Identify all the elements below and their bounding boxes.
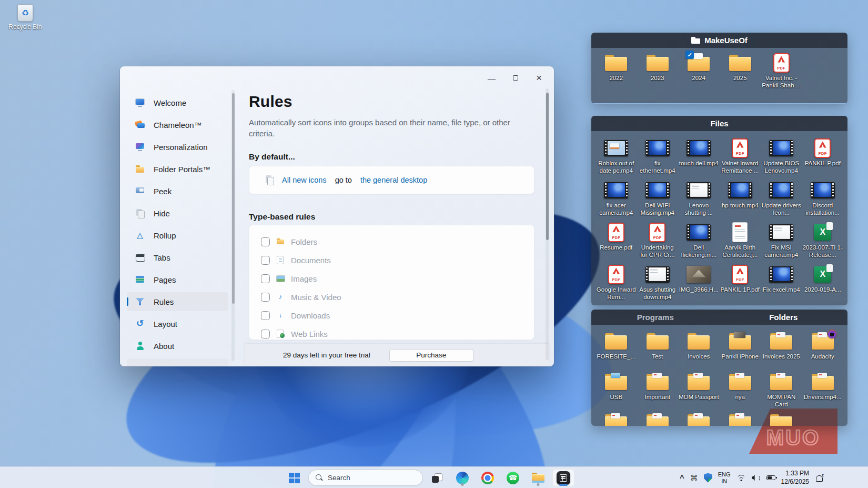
speaker-icon[interactable] xyxy=(752,474,761,481)
sidebar-item-label: Tabs xyxy=(154,253,170,262)
tray-expand-chevron-icon[interactable]: ^ xyxy=(680,473,684,482)
fence-item-label: MOM Passport xyxy=(679,393,719,401)
clock[interactable]: 1:33 PM 12/6/2025 xyxy=(781,470,809,486)
fence-title-makeuseof[interactable]: MakeUseOf xyxy=(591,33,847,48)
sidebar-item-layout[interactable]: ↺Layout xyxy=(127,314,228,333)
sidebar-item-peek[interactable]: Peek xyxy=(127,182,228,201)
fence-item[interactable]: MOM Passport xyxy=(678,372,720,412)
recycle-bin[interactable]: ♻ Recycle Bin xyxy=(7,4,43,31)
all-new-icons-link[interactable]: All new icons xyxy=(282,176,327,184)
fence-item[interactable]: 2025 xyxy=(720,53,761,103)
fence-item[interactable]: PDFValnet Inc. - Pankil Shah ... xyxy=(761,53,802,103)
purchase-button[interactable]: Purchase xyxy=(389,349,473,362)
fence-item[interactable]: ✓2024 xyxy=(678,53,720,103)
type-rule-row: Images xyxy=(249,270,534,288)
fence-item[interactable]: Pankil iPhone xyxy=(720,331,761,372)
sidebar-item-rollup[interactable]: △Rollup xyxy=(127,226,228,245)
fence-item[interactable]: PDFPANKIL 1P.pdf xyxy=(720,264,761,305)
fence-item[interactable]: FORESITE_... xyxy=(596,331,637,372)
fence-item[interactable]: Invoices 2025 xyxy=(761,331,802,372)
windows-security-shield-icon[interactable] xyxy=(704,473,712,483)
fence-item[interactable]: fix ethernet.mp4 xyxy=(637,138,679,180)
sidebar-item-about[interactable]: About xyxy=(127,336,228,355)
fence-item[interactable]: X2020-019-A... xyxy=(802,264,844,305)
fence-tab-folders[interactable]: Folders xyxy=(720,313,848,322)
whatsapp-button[interactable]: ☎ xyxy=(502,469,524,486)
fence-item[interactable]: Discord installation... xyxy=(802,180,844,222)
chrome-button[interactable] xyxy=(477,469,499,486)
sidebar-scrollbar[interactable] xyxy=(231,90,235,361)
checkbox[interactable] xyxy=(261,293,270,302)
fence-item[interactable]: PDFUndertaking for CPR Cr... xyxy=(637,222,679,264)
fence-item[interactable]: Audacity xyxy=(802,331,844,372)
fence-item[interactable]: Update BIOS Lenovo.mp4 xyxy=(761,138,802,180)
fence-item[interactable]: PDFValnet Inward Remittance ... xyxy=(720,138,761,180)
fence-item[interactable]: Aarvik Birth Certificate.j... xyxy=(720,222,761,264)
fence-item[interactable]: Test xyxy=(637,331,679,372)
edge-button[interactable] xyxy=(451,469,473,486)
fence-item[interactable]: Lenovo shutting ... xyxy=(678,180,720,222)
sidebar-item-personalization[interactable]: Personalization xyxy=(127,137,228,156)
fence-item[interactable] xyxy=(720,412,761,426)
fence-item[interactable]: Important xyxy=(637,372,679,412)
sidebar-item-pages[interactable]: Pages xyxy=(127,270,228,289)
fence-item[interactable]: 2023 xyxy=(637,53,679,103)
sidebar-item-chameleon[interactable]: Chameleon™ xyxy=(127,115,228,134)
destination-link[interactable]: the general desktop xyxy=(360,176,427,184)
fence-item[interactable]: PDFGoogle Inward Rem... xyxy=(596,264,637,305)
fence-item[interactable]: touch dell.mp4 xyxy=(678,138,720,180)
sidebar-item-folder-portals[interactable]: Folder Portals™ xyxy=(127,160,228,178)
content-scrollbar-thumb[interactable] xyxy=(546,93,549,240)
language-indicator[interactable]: ENG IN xyxy=(718,471,731,485)
fence-tab-programs[interactable]: Programs xyxy=(591,313,720,322)
fence-item[interactable]: riya xyxy=(720,372,761,412)
fence-item[interactable]: Asus shutting down.mp4 xyxy=(637,264,679,305)
image-icon xyxy=(276,274,285,283)
fence-item[interactable]: Fix excel.mp4 xyxy=(761,264,802,305)
checkbox[interactable] xyxy=(261,256,270,265)
fences-app-button[interactable] xyxy=(552,469,574,486)
fence-item[interactable] xyxy=(596,412,637,426)
task-view-button[interactable] xyxy=(426,469,448,486)
paper-peek xyxy=(776,373,785,378)
fence-item[interactable] xyxy=(761,412,802,426)
fence-item[interactable]: hp touch.mp4 xyxy=(720,180,761,222)
fence-item[interactable]: Invoices xyxy=(678,331,720,372)
fence-item[interactable]: Dell WIFI Missing.mp4 xyxy=(637,180,679,222)
fence-item[interactable]: Update drivers leon... xyxy=(761,180,802,222)
fence-item[interactable]: Fix MSI camera.mp4 xyxy=(761,222,802,264)
fence-item[interactable]: USB xyxy=(596,372,637,412)
start-button[interactable] xyxy=(283,469,305,486)
fence-title-files[interactable]: Files xyxy=(591,116,847,131)
wifi-icon[interactable] xyxy=(736,474,746,481)
sidebar-item-hide[interactable]: Hide xyxy=(127,204,228,223)
content-scrollbar[interactable] xyxy=(546,88,549,360)
tray-app-icon[interactable]: ⌘ xyxy=(690,473,698,483)
checkbox[interactable] xyxy=(261,311,270,320)
fence-item[interactable]: Dell flickering.m... xyxy=(678,222,720,264)
personalization-icon xyxy=(135,142,145,152)
running-indicator xyxy=(461,483,464,486)
fence-item[interactable]: Drivers.mp4... xyxy=(802,372,844,412)
fence-item[interactable]: fix acer camera.mp4 xyxy=(596,180,637,222)
fence-item[interactable]: PDFResume.pdf xyxy=(596,222,637,264)
checkbox[interactable] xyxy=(261,274,270,283)
file-explorer-button[interactable] xyxy=(527,469,549,486)
fence-item[interactable] xyxy=(637,412,679,426)
sidebar-item-tabs[interactable]: Tabs xyxy=(127,248,228,267)
battery-icon[interactable] xyxy=(766,475,775,481)
taskbar-search[interactable]: Search xyxy=(308,470,423,486)
sidebar-item-rules[interactable]: Rules xyxy=(127,292,228,311)
fence-item[interactable]: MOM PAN Card xyxy=(761,372,802,412)
fence-item[interactable]: PDFPANKIL P.pdf xyxy=(802,138,844,180)
sidebar-item-welcome[interactable]: Welcome xyxy=(127,93,228,112)
fence-item[interactable]: X2023-007-TI 1-Release... xyxy=(802,222,844,264)
checkbox[interactable] xyxy=(261,330,270,338)
fence-item[interactable] xyxy=(678,412,720,426)
fence-item[interactable]: Roblox out of date pc.mp4 xyxy=(596,138,637,180)
notifications-bell-icon[interactable]: z xyxy=(815,474,823,482)
checkbox[interactable] xyxy=(261,237,270,246)
sidebar-scrollbar-thumb[interactable] xyxy=(232,93,235,304)
fence-item[interactable]: IMG_3966.H... xyxy=(678,264,720,305)
fence-item[interactable]: 2022 xyxy=(596,53,637,103)
